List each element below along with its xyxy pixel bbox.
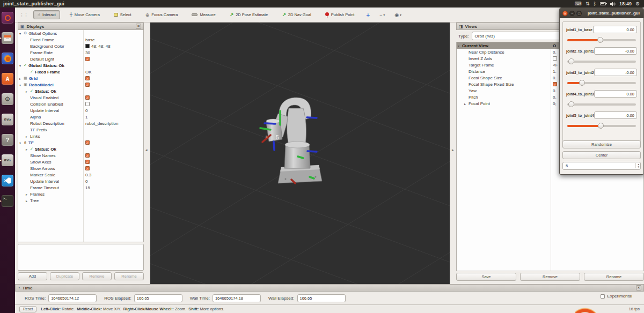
expander-icon[interactable]: ▸ [464,102,469,106]
checkbox[interactable]: ✓ [85,95,90,100]
tree-row-tf[interactable]: ▾⋔TF✓ [18,139,143,146]
expander-icon[interactable]: ▸ [26,192,30,196]
checkbox[interactable] [553,56,557,61]
tree-row-update-interval[interactable]: Update Interval0 [18,178,143,184]
joint-slider[interactable] [567,36,636,43]
dock-item-ubuntu[interactable] [0,8,15,28]
window-minimize-icon[interactable]: − [569,11,575,16]
property-value-cell[interactable]: robot_description [85,120,118,126]
spinbox-spinner-icon[interactable]: ▴▾ [635,163,639,168]
center-button[interactable]: Center [562,151,641,159]
add-button[interactable]: Add [18,272,47,280]
tree-row-show-arrows[interactable]: Show Arrows✓ [18,165,143,172]
dock-item-settings[interactable]: ⚙ [0,89,15,109]
tree-row-global-options[interactable]: ▾⚙Global Options [18,30,143,36]
property-value-cell[interactable]: 0. [553,74,557,81]
dock-item-vscode[interactable] [0,170,15,191]
checkbox[interactable]: ✓ [85,160,90,164]
window-maximize-icon[interactable]: □ [576,11,582,16]
expander-icon[interactable]: ▾ [458,44,462,48]
property-value-cell[interactable]: 1. [553,68,557,74]
property-value-cell[interactable]: ✓ [85,159,90,165]
expander-icon[interactable]: ▸ [19,77,24,80]
slider-track[interactable] [567,103,636,106]
time-close-icon[interactable]: × [636,285,641,290]
checkbox[interactable]: ✓ [85,166,90,170]
expander-icon[interactable]: ▾ [19,32,24,35]
tree-row-collision-enabled[interactable]: Collision Enabled [18,101,143,107]
tool-2d-pose-estimate[interactable]: ↗2D Pose Estimate [225,10,273,19]
property-value-cell[interactable]: 48; 48; 48 [85,43,111,49]
joint-slider[interactable] [567,101,636,108]
tree-row-robotmodel[interactable]: ▾▣RobotModel✓ [18,81,143,88]
checkbox[interactable]: ✓ [85,76,90,80]
property-value-cell[interactable]: ✓ [85,165,90,172]
tool-move-camera[interactable]: ╋Move Camera [65,10,104,19]
property-value-cell[interactable]: 0; [553,100,557,107]
tree-row-robot-description[interactable]: Robot Descriptionrobot_description [18,120,143,126]
checkbox[interactable]: ✓ [85,153,90,158]
tree-row-frame-rate[interactable]: Frame Rate30 [18,49,143,56]
displays-panel-header[interactable]: ▣ Displays × [18,23,144,30]
volume-icon[interactable] [610,2,616,6]
randomize-button[interactable]: Randomize [562,140,641,148]
tool-2d-nav-goal[interactable]: ↗2D Nav Goal [277,10,315,19]
tree-row-background-color[interactable]: Background Color48; 48; 48 [18,43,143,49]
time-field-value[interactable]: 166.65 [134,294,182,302]
dock-item-terminal[interactable]: ▸>_ [0,191,15,211]
joint-value-box[interactable]: -0.00 [594,69,637,76]
rename-button[interactable]: Rename [114,272,144,280]
clock[interactable]: 18:49 [619,1,632,6]
joint-slider[interactable] [567,79,636,86]
tree-row-alpha[interactable]: Alpha1 [18,114,143,120]
property-value-cell[interactable]: O [553,42,556,49]
joint-slider[interactable] [567,122,636,129]
property-value-cell[interactable]: base [85,36,94,43]
tree-row-frame-timeout[interactable]: Frame Timeout15 [18,184,143,191]
jsp-spinbox[interactable]: 5 ▴▾ [562,162,641,170]
time-field-value[interactable]: 1646650174.18 [213,294,261,302]
property-value-cell[interactable]: 30 [85,49,90,56]
bluetooth-icon[interactable]: ᛒ [593,1,596,6]
property-value-cell[interactable] [85,101,90,107]
property-value-cell[interactable]: ✓ [553,81,557,87]
remove-button[interactable]: Remove [82,272,112,280]
property-value-cell[interactable]: 0. [553,94,557,100]
expander-icon[interactable]: ▸ [26,135,30,138]
checkbox[interactable]: ✓ [85,83,90,87]
window-close-icon[interactable]: × [562,11,568,16]
property-value-cell[interactable]: OK [85,69,92,75]
tree-row-visual-enabled[interactable]: Visual Enabled✓ [18,94,143,101]
expander-icon[interactable]: ▾ [19,83,24,87]
tree-row-links[interactable]: ▸Links [18,133,143,139]
joint-value-box[interactable]: 0.00 [593,26,637,33]
tree-row-marker-scale[interactable]: Marker Scale0.3 [18,172,143,178]
remove-tool-button[interactable]: −▾ [377,11,387,19]
tree-row-status-ok[interactable]: ▸✓Status: Ok [18,146,143,152]
tool-focus-camera[interactable]: ⊕Focus Camera [141,10,182,19]
time-panel-header[interactable]: ◔ Time × [15,284,644,292]
tool-measure[interactable]: Measure [187,10,219,19]
tree-row-show-axes[interactable]: Show Axes✓ [18,159,143,165]
tree-row-fixed-frame[interactable]: Fixed Framebase [18,36,143,43]
slider-handle[interactable] [568,58,574,64]
expander-icon[interactable]: ▾ [19,64,24,68]
dock-item-software[interactable]: A [0,69,15,89]
keyboard-indicator-icon[interactable]: ⌨ [575,1,582,6]
displays-close-icon[interactable]: × [136,24,141,29]
tree-row-tree[interactable]: ▸Tree [18,197,143,204]
session-gear-icon[interactable]: ⚙ [635,1,640,6]
tool-select[interactable]: Select [109,10,136,19]
tree-row-frames[interactable]: ▸Frames [18,191,143,197]
property-value-cell[interactable]: ✓ [85,94,90,101]
joint-value-box[interactable]: 0.00 [594,90,637,98]
tree-row-show-names[interactable]: Show Names✓ [18,152,143,159]
property-value-cell[interactable]: 0. [553,87,557,94]
toolbar-grip[interactable]: ⋮⋮ [19,12,28,18]
dock-item-help[interactable]: ? [0,130,15,150]
slider-handle[interactable] [568,101,574,107]
battery-icon[interactable] [600,2,606,5]
time-field-value[interactable]: 166.65 [297,294,346,302]
property-value-cell[interactable]: ✓ [85,81,90,88]
dock-item-files[interactable]: ▸ [0,28,15,48]
